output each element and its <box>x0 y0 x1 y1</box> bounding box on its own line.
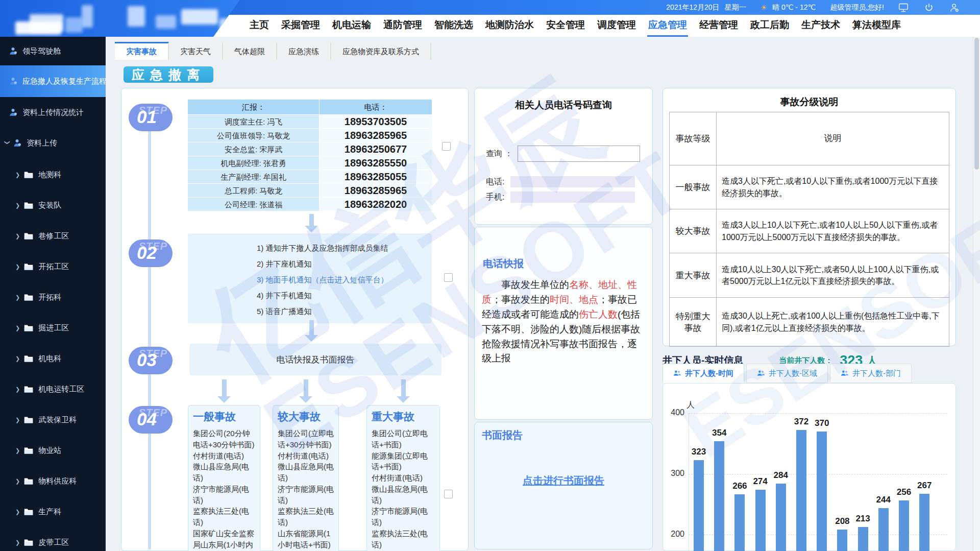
written-report-link[interactable]: 点击进行书面报告 <box>475 474 652 488</box>
sidebar-folder-开拓工区[interactable]: ❯开拓工区 <box>0 251 106 282</box>
sidebar-folder-巷修工区[interactable]: ❯巷修工区 <box>0 221 106 251</box>
chart-tab-井下人数-区域[interactable]: 井下人数-区域 <box>746 364 828 383</box>
chevron-right-icon: ❯ <box>15 447 20 454</box>
power-icon[interactable] <box>924 3 934 13</box>
sidebar-folder-安装队[interactable]: ❯安装队 <box>0 190 106 221</box>
folder-icon <box>20 539 38 546</box>
sidebar-folder-物业站[interactable]: ❯物业站 <box>0 435 106 466</box>
chevron-right-icon: ❯ <box>15 386 20 393</box>
folder-icon <box>20 386 38 393</box>
sidebar-folder-皮带工区[interactable]: ❯皮带工区 <box>0 527 106 551</box>
chart-bar <box>796 430 806 551</box>
nav-item-机电运输[interactable]: 机电运输 <box>331 15 372 37</box>
chart-tab-井下人数-部门[interactable]: 井下人数-部门 <box>830 364 912 383</box>
y-tick-label: 400 <box>663 408 684 417</box>
step2-checkbox[interactable] <box>444 273 453 282</box>
nav-item-算法模型库[interactable]: 算法模型库 <box>851 15 902 37</box>
chart-bar <box>837 530 847 551</box>
tab-灾害天气[interactable]: 灾害天气 <box>169 42 223 60</box>
chevron-right-icon: ❯ <box>15 172 20 178</box>
accident-box-line: 集团公司(立即电话+书面) <box>372 428 435 450</box>
step4-checkbox[interactable] <box>444 490 453 498</box>
highlight-red-text: 时间、地点 <box>550 294 598 305</box>
search-label: 查询 ： <box>486 149 512 159</box>
sidebar-item-应急撤人及恢复生产流程[interactable]: 应急撤人及恢复生产流程 <box>0 65 106 97</box>
sms-platform-link[interactable]: 3) 地面手机通知（点击进入短信平台） <box>257 272 432 288</box>
monitor-icon[interactable] <box>898 3 909 13</box>
sidebar: 领导驾驶舱应急撤人及恢复生产流程资料上传情况统计❯资料上传 ❯地测科❯安装队❯巷… <box>0 37 106 551</box>
accident-box-title: 较大事故 <box>278 410 334 424</box>
nav-item-通防管理[interactable]: 通防管理 <box>382 15 423 37</box>
chart-bar <box>878 508 889 551</box>
chevron-down-icon: ❯ <box>4 140 11 146</box>
step-badge-03: STEP03 <box>129 347 173 374</box>
nav-item-地测防治水[interactable]: 地测防治水 <box>484 15 535 37</box>
accident-report-box-较大事故: 较大事故集团公司(立即电话+30分钟书面)付村街道(电话)微山县应急局(电话)济… <box>273 405 339 551</box>
step1-checkbox[interactable] <box>442 142 451 151</box>
tab-应急演练[interactable]: 应急演练 <box>277 42 331 60</box>
grade-card-title: 事故分级说明 <box>663 95 955 109</box>
nav-item-安全管理[interactable]: 安全管理 <box>545 15 586 37</box>
tab-应急物资库及联系方式[interactable]: 应急物资库及联系方式 <box>331 42 431 60</box>
mobile-label: 手机: <box>486 192 504 203</box>
greeting: 超级管理员,您好! <box>830 3 884 12</box>
nav-item-经营管理[interactable]: 经营管理 <box>698 15 739 37</box>
accident-box-line: 付村街道(电话) <box>372 472 435 484</box>
folder-icon <box>20 447 38 454</box>
nav-item-智能洗选[interactable]: 智能洗选 <box>433 15 474 37</box>
nav-item-应急管理[interactable]: 应急管理 <box>647 15 688 37</box>
sidebar-folder-机电运转工区[interactable]: ❯机电运转工区 <box>0 374 106 404</box>
search-input[interactable] <box>518 146 640 162</box>
contact-phone: 18963285965 <box>320 129 432 142</box>
sidebar-folder-武装保卫科[interactable]: ❯武装保卫科 <box>0 404 106 435</box>
sidebar-folder-生产科[interactable]: ❯生产科 <box>0 496 106 527</box>
weather-text: 晴 0℃ - 12℃ <box>772 3 816 12</box>
nav-item-主页[interactable]: 主页 <box>249 15 270 37</box>
contact-phone: 18963282020 <box>320 198 432 211</box>
chart-bar <box>755 490 766 551</box>
nav-item-生产技术[interactable]: 生产技术 <box>800 15 841 37</box>
sidebar-folder-机电科[interactable]: ❯机电科 <box>0 343 106 374</box>
chart-bar-value: 284 <box>768 470 794 481</box>
accident-box-line: 山东省能源局(1小时电话+书面) <box>278 528 334 550</box>
col-header-report: 汇报： <box>188 100 320 115</box>
contact-name: 生产副经理: 牟国礼 <box>188 170 320 184</box>
chart-bar <box>776 484 786 551</box>
folder-label: 安装队 <box>38 201 61 210</box>
folder-icon <box>20 294 38 301</box>
tab-灾害事故[interactable]: 灾害事故 <box>115 42 169 60</box>
nav-item-调度管理[interactable]: 调度管理 <box>596 15 637 37</box>
y-tick-label: 300 <box>663 469 684 478</box>
notify-step: 4) 井下手机通知 <box>257 288 432 303</box>
folder-label: 机电运转工区 <box>38 385 84 394</box>
sidebar-item-资料上传[interactable]: ❯资料上传 <box>0 128 106 158</box>
sidebar-folder-物料供应科[interactable]: ❯物料供应科 <box>0 466 106 496</box>
arrow-down-icon <box>217 379 231 403</box>
sidebar-item-资料上传情况统计[interactable]: 资料上传情况统计 <box>0 97 106 128</box>
nav-item-政工后勤[interactable]: 政工后勤 <box>749 15 790 37</box>
user-settings-icon[interactable] <box>949 3 960 13</box>
contact-phone: 18963285965 <box>320 184 432 198</box>
accident-box-line: 付村街道(电话) <box>278 450 334 462</box>
grade-table-row: 重大事故造成10人以上30人以下死亡,或者50人以上100人以下重伤,或者500… <box>670 253 949 298</box>
chart-tab-井下人数-时间[interactable]: 井下人数-时间 <box>663 364 744 383</box>
folder-icon <box>20 171 38 179</box>
sidebar-item-label: 应急撤人及恢复生产流程 <box>22 77 106 86</box>
sidebar-item-label: 资料上传 <box>27 138 57 148</box>
scrollbar-thumb[interactable] <box>974 38 979 170</box>
phone-label: 电话: <box>486 177 504 187</box>
sidebar-item-领导驾驶舱[interactable]: 领导驾驶舱 <box>0 37 106 65</box>
col-header-phone: 电话： <box>320 100 432 115</box>
contact-name: 公司值班领导: 马敬龙 <box>188 129 320 142</box>
mobile-result-field <box>510 191 635 203</box>
chevron-right-icon: ❯ <box>15 417 20 423</box>
person-icon <box>0 46 22 56</box>
tab-气体超限[interactable]: 气体超限 <box>223 42 277 60</box>
accident-box-line: 微山县应急局(电话) <box>278 461 334 484</box>
sidebar-folder-地测科[interactable]: ❯地测科 <box>0 159 106 190</box>
accident-grade-card: 事故分级说明 事故等级 说明 一般事故造成3人以下死亡,或者10人以下重伤,或者… <box>663 88 956 346</box>
sidebar-folder-开拓科[interactable]: ❯开拓科 <box>0 282 106 313</box>
sidebar-folder-掘进工区[interactable]: ❯掘进工区 <box>0 313 106 343</box>
nav-item-采掘管理[interactable]: 采掘管理 <box>280 15 321 37</box>
folder-label: 开拓科 <box>38 293 61 302</box>
